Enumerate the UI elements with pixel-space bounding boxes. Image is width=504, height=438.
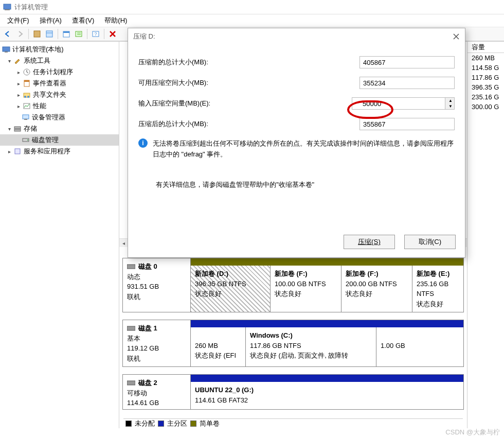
tree-task-scheduler[interactable]: ▸ 任务计划程序 (0, 66, 119, 78)
dialog-titlebar[interactable]: 压缩 D: (128, 28, 465, 45)
legend-label: 主分区 (167, 419, 187, 428)
svg-rect-23 (24, 119, 27, 120)
properties-button[interactable] (44, 28, 55, 40)
chevron-right-icon[interactable]: ▸ (15, 80, 22, 86)
folder-share-icon (23, 91, 31, 99)
menu-action[interactable]: 操作(A) (34, 14, 67, 27)
tree-storage[interactable]: ▾ 存储 (0, 123, 119, 134)
shrink-amount-input[interactable] (352, 97, 445, 110)
tree-shared-folders[interactable]: ▸ 共享文件夹 (0, 89, 119, 100)
volume-label: 新加卷 (F:) (275, 270, 308, 277)
volume-g[interactable]: UBUNTU 22_0 (G:) 114.61 GB FAT32 (191, 382, 463, 409)
cancel-button[interactable]: 取消(C) (404, 235, 456, 249)
spin-down-button[interactable]: ▼ (445, 103, 454, 109)
show-tree-button[interactable] (31, 28, 43, 40)
disk-0[interactable]: 磁盘 0 动态 931.51 GB 联机 新加卷 (D:) 396.35 GB … (122, 258, 464, 312)
shrink-button[interactable]: 压缩(S) (344, 235, 395, 249)
window-titlebar: 计算机管理 (0, 0, 504, 14)
delete-button[interactable] (107, 28, 118, 40)
volume-recovery[interactable]: 1.00 GB (376, 327, 463, 366)
chevron-right-icon[interactable]: ▸ (15, 92, 22, 98)
watermark: CSDN @大象与柠 (445, 428, 500, 437)
scroll-left-icon[interactable]: ◂ (119, 239, 128, 248)
volume-status: 状态良好 (346, 290, 372, 297)
spinner[interactable]: ▲ ▼ (445, 97, 455, 110)
menu-bar: 文件(F) 操作(A) 查看(V) 帮助(H) (0, 14, 504, 27)
menu-help[interactable]: 帮助(H) (99, 14, 132, 27)
svg-rect-4 (46, 31, 52, 37)
tree-system-tools[interactable]: ▾ 系统工具 (0, 55, 119, 66)
volume-efi[interactable]: 260 MB 状态良好 (EFI (191, 327, 245, 366)
volume-status: 状态良好 (启动, 页面文件, 故障转 (250, 352, 348, 359)
refresh-button[interactable] (61, 28, 72, 40)
column-header-capacity[interactable]: 容量 (467, 42, 504, 53)
swatch-primary (158, 421, 164, 427)
disk-2[interactable]: 磁盘 2 可移动 114.61 GB UBUNTU 22_0 (G:) 114.… (122, 374, 464, 410)
tree-label: 共享文件夹 (33, 90, 66, 99)
tree-performance[interactable]: ▸ 性能 (0, 100, 119, 112)
svg-text:?: ? (94, 31, 97, 37)
info-icon: i (138, 138, 148, 148)
tree-services-apps[interactable]: ▸ 服务和应用程序 (0, 146, 119, 157)
tree-event-viewer[interactable]: ▸ 事件查看器 (0, 78, 119, 89)
field-size-before: 405867 (359, 56, 455, 68)
svg-rect-3 (34, 31, 40, 37)
close-button[interactable] (453, 33, 460, 40)
info-block: i 无法将卷压缩到超出任何不可移动的文件所在的点。有关完成该操作时间的详细信息，… (138, 138, 455, 160)
tree-label: 事件查看器 (33, 79, 66, 88)
capacity-cell[interactable]: 300.00 G (467, 102, 504, 112)
tools-icon (13, 57, 22, 65)
chevron-right-icon[interactable]: ▸ (15, 103, 22, 109)
chevron-down-icon[interactable]: ▾ (6, 58, 12, 64)
disk-1[interactable]: 磁盘 1 基本 119.12 GB 联机 260 MB 状态良好 (EFI Wi… (122, 320, 464, 367)
svg-rect-29 (127, 265, 135, 269)
navigation-tree[interactable]: 计算机管理(本地) ▾ 系统工具 ▸ 任务计划程序 ▸ 事件查看器 ▸ 共享文件… (0, 42, 119, 428)
spin-up-button[interactable]: ▲ (445, 98, 454, 103)
volume-f2[interactable]: 新加卷 (F:) 200.00 GB NTFS 状态良好 (341, 266, 412, 312)
chevron-right-icon[interactable]: ▸ (15, 69, 22, 75)
tree-label: 设备管理器 (32, 113, 65, 122)
help-icon: ? (92, 30, 100, 38)
volume-size: 396.35 GB NTFS (195, 280, 246, 288)
disk-size: 114.61 GB (127, 398, 186, 408)
capacity-cell[interactable]: 260 MB (467, 53, 504, 63)
svg-rect-25 (14, 129, 21, 131)
svg-rect-8 (76, 31, 82, 37)
field-size-after: 355867 (359, 118, 455, 130)
disk-map: 磁盘 0 动态 931.51 GB 联机 新加卷 (D:) 396.35 GB … (122, 258, 464, 410)
capacity-cell[interactable]: 117.86 G (467, 73, 504, 82)
info-text-1: 无法将卷压缩到超出任何不可移动的文件所在的点。有关完成该操作时间的详细信息，请参… (153, 138, 455, 160)
volume-e[interactable]: 新加卷 (E:) 235.16 GB NTFS 状态良好 (412, 266, 463, 312)
chevron-down-icon[interactable]: ▾ (6, 126, 12, 132)
volume-list-column: 容量 260 MB 114.58 G 117.86 G 396.35 G 235… (467, 42, 504, 428)
volume-d[interactable]: 新加卷 (D:) 396.35 GB NTFS 状态良好 (191, 266, 270, 312)
volume-c[interactable]: Windows (C:) 117.86 GB NTFS 状态良好 (启动, 页面… (245, 327, 376, 366)
nav-back-button[interactable] (2, 28, 13, 40)
menu-view[interactable]: 查看(V) (67, 14, 99, 27)
capacity-cell[interactable]: 114.58 G (467, 63, 504, 73)
capacity-cell[interactable]: 396.35 G (467, 82, 504, 92)
disk-status: 联机 (127, 354, 186, 364)
nav-forward-button[interactable] (14, 28, 26, 40)
tree-disk-management[interactable]: 磁盘管理 (0, 134, 119, 146)
tree-label: 性能 (33, 101, 46, 111)
volume-status: 状态良好 (275, 290, 301, 297)
tree-label: 系统工具 (24, 56, 50, 65)
volume-f1[interactable]: 新加卷 (F:) 100.00 GB NTFS 状态良好 (270, 266, 341, 312)
list-view-button[interactable] (73, 28, 84, 40)
svg-rect-2 (5, 9, 10, 10)
capacity-cell[interactable]: 235.16 G (467, 92, 504, 102)
tree-root[interactable]: 计算机管理(本地) (0, 44, 119, 55)
disk-volumes: 新加卷 (D:) 396.35 GB NTFS 状态良好 新加卷 (F:) 10… (191, 258, 463, 312)
separator (87, 29, 87, 39)
chevron-right-icon[interactable]: ▸ (6, 148, 12, 154)
help-button[interactable]: ? (90, 28, 101, 40)
disk-legend: 未分配 主分区 简单卷 (123, 418, 463, 428)
disk-icon (127, 264, 135, 270)
x-icon (109, 30, 116, 38)
list-icon (75, 30, 83, 38)
tree-label: 磁盘管理 (32, 135, 59, 145)
svg-rect-24 (14, 127, 21, 129)
tree-device-manager[interactable]: 设备管理器 (0, 112, 119, 123)
menu-file[interactable]: 文件(F) (2, 14, 34, 27)
